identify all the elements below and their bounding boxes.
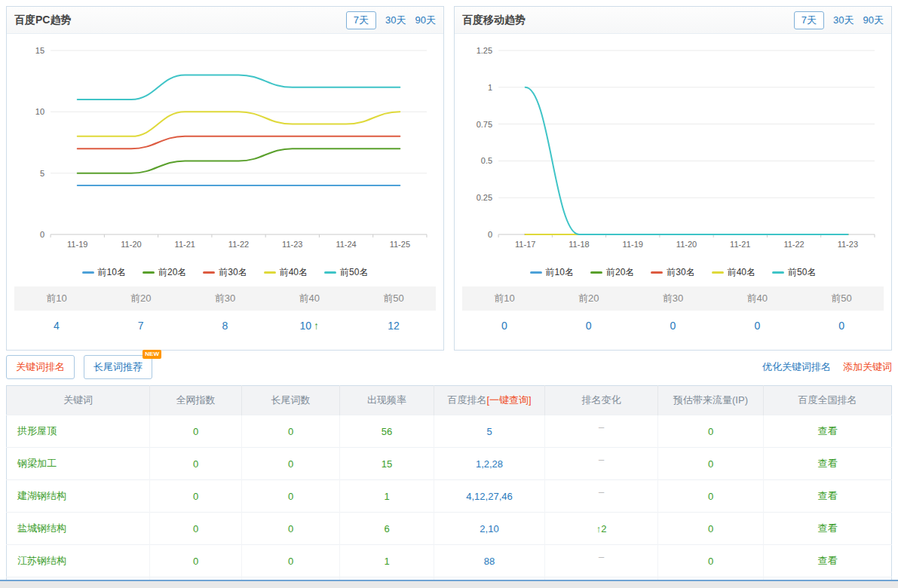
svg-text:11-21: 11-21	[730, 240, 750, 249]
pc-chart-legend: 前10名前20名前30名前40名前50名	[7, 265, 443, 285]
range-button-90天[interactable]: 90天	[863, 14, 884, 27]
summary-value-cell: 0	[799, 311, 884, 341]
legend-item[interactable]: 前40名	[264, 266, 308, 279]
change-cell-container: ¯	[545, 545, 658, 577]
baidu-rank-link[interactable]: 1,2,28	[476, 458, 503, 470]
index-cell: 0	[193, 523, 198, 534]
table-header-label: 排名变化	[582, 394, 621, 406]
traffic-cell-container: 0	[658, 513, 764, 545]
add-keyword-link[interactable]: 添加关键词	[843, 360, 892, 374]
legend-item[interactable]: 前30名	[203, 266, 247, 279]
pc-trend-panel: 百度PC趋势 7天30天90天 05101511-1911-2011-2111-…	[6, 6, 444, 351]
pc-trend-chart: 05101511-1911-2011-2111-2211-2311-2411-2…	[11, 38, 439, 265]
keywords-tabbar: 关键词排名 长尾词推荐 NEW 优化关键词排名 添加关键词	[6, 355, 892, 379]
view-link[interactable]: 查看	[818, 458, 838, 469]
baidu-rank-link[interactable]: 5	[486, 426, 492, 437]
longtail-cell: 0	[288, 491, 293, 502]
baidu-rank-link-container: 5	[434, 415, 545, 448]
legend-item[interactable]: 前10名	[530, 266, 574, 279]
legend-label: 前20名	[158, 266, 186, 279]
longtail-cell-container: 0	[242, 415, 340, 448]
keyword-cell-container: 建湖钢结构	[7, 480, 150, 513]
summary-value-cell: 0	[462, 311, 547, 341]
view-link[interactable]: 查看	[818, 490, 838, 501]
range-button-7天[interactable]: 7天	[346, 11, 376, 29]
summary-header-cell: 前20	[547, 286, 631, 311]
table-row: 钢梁加工00151,2,28¯0查看	[7, 448, 892, 480]
rank-change-none: ¯	[599, 556, 604, 567]
optimize-keywords-link[interactable]: 优化关键词排名	[762, 360, 831, 374]
table-header-label: 出现频率	[367, 394, 406, 406]
index-cell-container: 0	[150, 480, 242, 513]
table-header-label: 关键词	[63, 394, 93, 406]
baidu-rank-link[interactable]: 88	[484, 556, 495, 567]
pc-panel-header: 百度PC趋势 7天30天90天	[7, 7, 443, 34]
frequency-cell-container: 6	[340, 513, 434, 545]
traffic-cell: 0	[708, 556, 713, 567]
legend-item[interactable]: 前20名	[590, 266, 634, 279]
pc-summary-values: 47810↑12	[14, 311, 436, 341]
view-link-container: 查看	[764, 480, 892, 513]
range-button-30天[interactable]: 30天	[385, 14, 406, 27]
table-row: 江苏钢结构00188¯0查看	[7, 545, 892, 577]
legend-item[interactable]: 前40名	[712, 266, 755, 279]
keyword-cell-container: 江苏钢结构	[7, 545, 150, 577]
mobile-summary-values: 00000	[462, 311, 884, 341]
tab-longtail-label: 长尾词推荐	[93, 361, 143, 372]
mobile-chart-area: 00.250.50.7511.2511-1711-1811-1911-2011-…	[455, 34, 891, 265]
range-button-7天[interactable]: 7天	[794, 11, 824, 29]
legend-item[interactable]: 前50名	[324, 266, 368, 279]
svg-text:0.25: 0.25	[477, 193, 492, 202]
legend-line-swatch-icon	[530, 271, 542, 274]
legend-line-swatch-icon	[772, 271, 784, 274]
tab-longtail-suggest[interactable]: 长尾词推荐 NEW	[84, 355, 152, 379]
summary-value-cell: 0	[547, 311, 631, 341]
table-header-label: 预估带来流量(IP)	[673, 394, 748, 406]
view-link[interactable]: 查看	[818, 425, 838, 436]
summary-value-cell: 12	[351, 311, 436, 341]
table-header-label: 百度全国排名	[798, 394, 857, 406]
legend-item[interactable]: 前10名	[82, 266, 126, 279]
legend-item[interactable]: 前50名	[772, 266, 816, 279]
legend-item[interactable]: 前20名	[143, 266, 186, 279]
svg-text:5: 5	[40, 169, 44, 178]
tab-keyword-ranking[interactable]: 关键词排名	[6, 355, 75, 379]
longtail-cell-container: 0	[242, 545, 340, 577]
range-button-30天[interactable]: 30天	[833, 14, 854, 27]
legend-line-swatch-icon	[590, 271, 602, 274]
table-row: 盐城钢结构0062,10↑20查看	[7, 513, 892, 545]
longtail-cell: 0	[288, 426, 293, 437]
mobile-trend-chart: 00.250.50.7511.2511-1711-1811-1911-2011-…	[459, 38, 887, 265]
view-link[interactable]: 查看	[818, 522, 838, 534]
keyword-cell: 盐城钢结构	[17, 522, 66, 534]
svg-text:11-19: 11-19	[67, 240, 87, 249]
keyword-cell-container: 盐城钢结构	[7, 513, 150, 545]
view-link[interactable]: 查看	[818, 555, 838, 566]
table-header-label: 百度排名	[447, 394, 486, 406]
table-header-6: 预估带来流量(IP)	[658, 386, 764, 415]
baidu-rank-link[interactable]: 2,10	[480, 523, 498, 534]
legend-label: 前10名	[546, 266, 574, 279]
mobile-summary-headers: 前10前20前30前40前50	[462, 286, 884, 311]
svg-text:11-23: 11-23	[282, 240, 302, 249]
keywords-section: 关键词排名 长尾词推荐 NEW 优化关键词排名 添加关键词 关键词全网指数长尾词…	[6, 355, 892, 588]
summary-header-cell: 前20	[99, 286, 183, 311]
summary-header-cell: 前10	[14, 286, 99, 311]
legend-item[interactable]: 前30名	[651, 266, 694, 279]
quick-query-link[interactable]: [一键查询]	[486, 394, 531, 406]
change-cell-container: ¯	[545, 415, 658, 448]
baidu-rank-link[interactable]: 4,12,27,46	[466, 491, 512, 502]
keyword-cell: 拱形屋顶	[17, 425, 57, 436]
trend-panels-row: 百度PC趋势 7天30天90天 05101511-1911-2011-2111-…	[0, 0, 898, 351]
index-cell-container: 0	[150, 448, 242, 480]
baidu-rank-link-container: 4,12,27,46	[434, 480, 545, 513]
range-button-90天[interactable]: 90天	[415, 14, 436, 27]
legend-line-swatch-icon	[143, 271, 155, 274]
pc-panel-title: 百度PC趋势	[14, 14, 71, 27]
longtail-cell: 0	[288, 458, 293, 470]
svg-text:11-24: 11-24	[336, 240, 356, 249]
svg-text:1: 1	[488, 83, 492, 92]
mobile-range-switcher: 7天30天90天	[794, 11, 884, 29]
legend-line-swatch-icon	[203, 271, 215, 274]
baidu-rank-link-container: 1,2,28	[434, 448, 545, 480]
